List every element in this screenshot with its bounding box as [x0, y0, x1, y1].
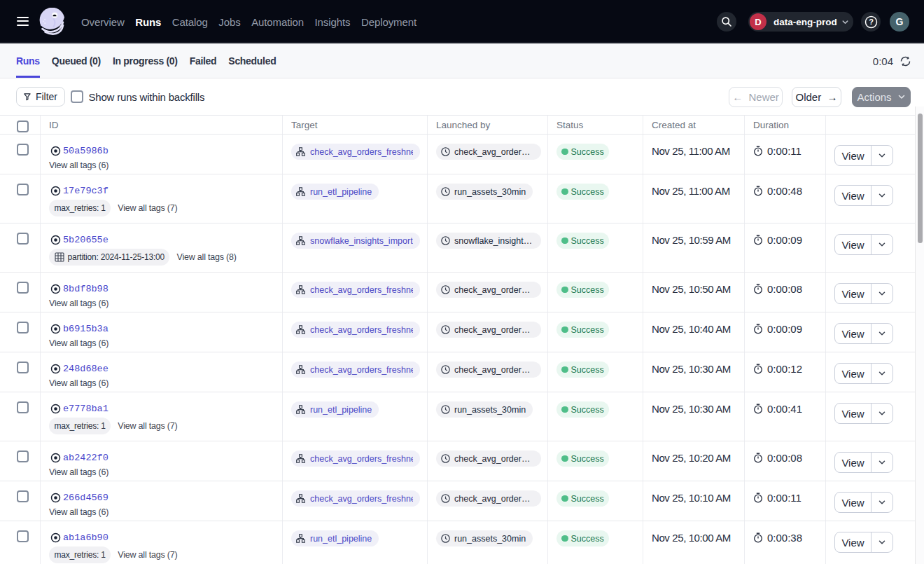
svg-text:?: ?	[869, 18, 874, 26]
